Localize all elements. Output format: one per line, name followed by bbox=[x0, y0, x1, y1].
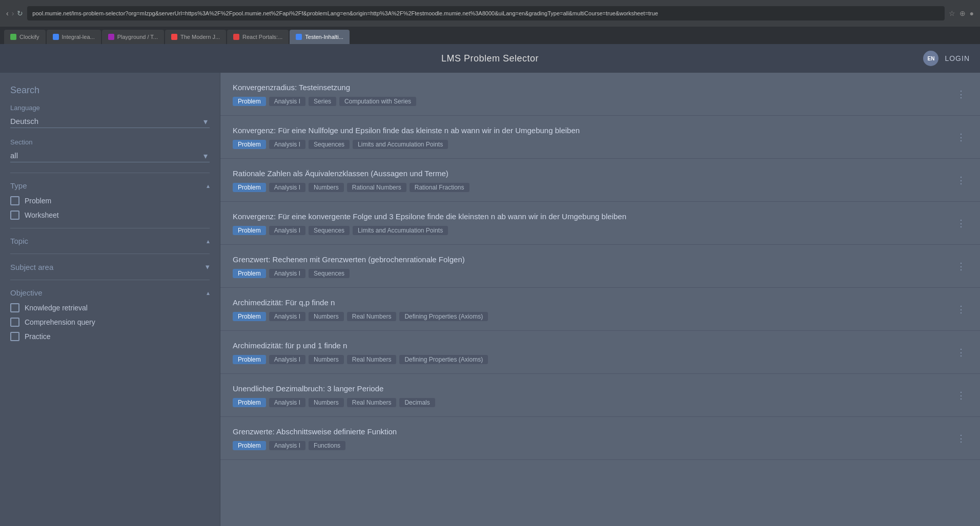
tab-integral[interactable]: Integral-lea... bbox=[47, 30, 101, 44]
tag-type: Problem bbox=[233, 226, 266, 235]
tag-category: Limits and Accumulation Points bbox=[353, 226, 448, 235]
objective-knowledge-label: Knowledge retrieval bbox=[25, 304, 88, 312]
login-button[interactable]: LOGIN bbox=[945, 54, 970, 62]
language-select-wrapper: Deutsch English bbox=[10, 115, 210, 128]
objective-comprehension-checkbox[interactable] bbox=[10, 318, 19, 327]
more-options-icon[interactable]: ⋮ bbox=[954, 390, 968, 401]
type-chevron-icon: ▴ bbox=[207, 182, 210, 190]
subject-area-header[interactable]: Subject area ▾ bbox=[10, 262, 210, 271]
more-options-icon[interactable]: ⋮ bbox=[954, 433, 968, 444]
tab-label: Playground / T... bbox=[117, 34, 158, 40]
section-filter: Section all bbox=[10, 138, 210, 162]
tag-category: Analysis I bbox=[269, 183, 305, 192]
more-options-icon[interactable]: ⋮ bbox=[954, 132, 968, 143]
tab-label: Clockify bbox=[19, 34, 39, 40]
topic-filter-header[interactable]: Topic ▴ bbox=[10, 237, 210, 245]
tag-type: Problem bbox=[233, 355, 266, 364]
problem-title: Rationale Zahlen als Äquivalenzklassen (… bbox=[233, 168, 954, 179]
tag-category: Numbers bbox=[309, 398, 344, 407]
tab-testen[interactable]: Testen-Inhalti... bbox=[290, 30, 350, 44]
section-select[interactable]: all bbox=[10, 149, 210, 162]
subject-area-chevron-icon: ▾ bbox=[206, 262, 210, 271]
type-worksheet-label: Worksheet bbox=[25, 211, 59, 219]
problem-tags: ProblemAnalysis INumbersRational Numbers… bbox=[233, 183, 954, 192]
bookmark-icon[interactable]: ☆ bbox=[949, 9, 955, 17]
address-bar[interactable]: pool.mumie.net/lms-problem-selector?org=… bbox=[27, 6, 944, 20]
tag-category: Analysis I bbox=[269, 226, 305, 235]
tab-label: Integral-lea... bbox=[62, 34, 95, 40]
type-worksheet-item[interactable]: Worksheet bbox=[10, 211, 210, 220]
tab-playground[interactable]: Playground / T... bbox=[102, 30, 164, 44]
more-options-icon[interactable]: ⋮ bbox=[954, 261, 968, 272]
objective-knowledge-checkbox[interactable] bbox=[10, 303, 19, 312]
tab-clockify[interactable]: Clockify bbox=[4, 30, 46, 44]
type-filter: Type ▴ Problem Worksheet bbox=[10, 181, 210, 220]
problem-item[interactable]: Rationale Zahlen als Äquivalenzklassen (… bbox=[220, 159, 980, 202]
more-options-icon[interactable]: ⋮ bbox=[954, 175, 968, 186]
forward-button[interactable]: › bbox=[12, 9, 14, 17]
more-options-icon[interactable]: ⋮ bbox=[954, 347, 968, 358]
tab-favicon bbox=[108, 34, 114, 40]
tab-favicon bbox=[296, 34, 302, 40]
type-filter-header[interactable]: Type ▴ bbox=[10, 181, 210, 190]
type-problem-checkbox[interactable] bbox=[10, 196, 19, 205]
objective-practice-checkbox[interactable] bbox=[10, 332, 19, 341]
tag-category: Analysis I bbox=[269, 269, 305, 278]
tag-category: Analysis I bbox=[269, 140, 305, 149]
objective-practice-item[interactable]: Practice bbox=[10, 332, 210, 341]
browser-action-icons: ☆ ⊕ ● bbox=[949, 9, 974, 17]
language-badge[interactable]: EN bbox=[923, 51, 938, 66]
problem-tags: ProblemAnalysis ISequences bbox=[233, 269, 954, 278]
browser-nav-controls: ‹ › ↻ bbox=[6, 9, 23, 17]
tag-category: Rational Fractions bbox=[410, 183, 469, 192]
tag-category: Analysis I bbox=[269, 97, 305, 106]
tag-category: Defining Properties (Axioms) bbox=[399, 355, 488, 364]
back-button[interactable]: ‹ bbox=[6, 9, 9, 17]
subject-area-filter: Subject area ▾ bbox=[10, 262, 210, 271]
objective-filter-header[interactable]: Objective ▴ bbox=[10, 288, 210, 297]
type-worksheet-checkbox[interactable] bbox=[10, 211, 19, 220]
problem-item[interactable]: Konvergenzradius: TesteinsetzungProblemA… bbox=[220, 73, 980, 116]
problem-item[interactable]: Unendlicher Dezimalbruch: 3 langer Perio… bbox=[220, 374, 980, 417]
app-header: LMS Problem Selector EN LOGIN bbox=[0, 44, 980, 73]
topic-filter: Topic ▴ bbox=[10, 237, 210, 245]
problem-title: Archimedizität: Für q,p finde n bbox=[233, 297, 954, 308]
content-area: Konvergenzradius: TesteinsetzungProblemA… bbox=[220, 73, 980, 526]
tag-category: Analysis I bbox=[269, 355, 305, 364]
language-select[interactable]: Deutsch English bbox=[10, 115, 210, 128]
section-select-wrapper: all bbox=[10, 149, 210, 162]
problem-item[interactable]: Konvergenz: Für eine Nullfolge und Epsil… bbox=[220, 116, 980, 159]
main-layout: Search Language Deutsch English Section … bbox=[0, 73, 980, 526]
reload-button[interactable]: ↻ bbox=[17, 9, 23, 17]
problem-item[interactable]: Archimedizität: Für q,p finde nProblemAn… bbox=[220, 288, 980, 331]
tab-modern[interactable]: The Modern J... bbox=[165, 30, 226, 44]
problem-item[interactable]: Archimedizität: für p und 1 finde nProbl… bbox=[220, 331, 980, 374]
more-options-icon[interactable]: ⋮ bbox=[954, 218, 968, 229]
extensions-icon[interactable]: ⊕ bbox=[959, 9, 966, 17]
problem-tags: ProblemAnalysis ISequencesLimits and Acc… bbox=[233, 226, 954, 235]
profile-icon[interactable]: ● bbox=[970, 9, 974, 17]
objective-knowledge-item[interactable]: Knowledge retrieval bbox=[10, 303, 210, 312]
problem-item[interactable]: Grenzwert: Rechenen mit Grenzwerten (geb… bbox=[220, 245, 980, 288]
tab-label: Testen-Inhalti... bbox=[305, 34, 343, 40]
tag-category: Defining Properties (Axioms) bbox=[399, 312, 488, 321]
more-options-icon[interactable]: ⋮ bbox=[954, 89, 968, 100]
more-options-icon[interactable]: ⋮ bbox=[954, 304, 968, 315]
type-problem-label: Problem bbox=[25, 197, 51, 205]
tag-type: Problem bbox=[233, 183, 266, 192]
tab-label: The Modern J... bbox=[180, 34, 220, 40]
problem-info: Rationale Zahlen als Äquivalenzklassen (… bbox=[233, 168, 954, 192]
browser-chrome: ‹ › ↻ pool.mumie.net/lms-problem-selecto… bbox=[0, 0, 980, 27]
problem-info: Grenzwert: Rechenen mit Grenzwerten (geb… bbox=[233, 254, 954, 278]
tab-react[interactable]: React Portals:... bbox=[227, 30, 289, 44]
problem-item[interactable]: Grenzwerte: Abschnittsweise definierte F… bbox=[220, 417, 980, 460]
objective-filter: Objective ▴ Knowledge retrieval Comprehe… bbox=[10, 288, 210, 341]
problem-title: Grenzwert: Rechenen mit Grenzwerten (geb… bbox=[233, 254, 954, 265]
problem-item[interactable]: Konvergenz: Für eine konvergente Folge u… bbox=[220, 202, 980, 245]
objective-comprehension-item[interactable]: Comprehension query bbox=[10, 318, 210, 327]
problem-tags: ProblemAnalysis INumbersReal NumbersDefi… bbox=[233, 355, 954, 364]
divider bbox=[10, 173, 210, 173]
tag-type: Problem bbox=[233, 269, 266, 278]
subject-area-label: Subject area bbox=[10, 263, 53, 271]
type-problem-item[interactable]: Problem bbox=[10, 196, 210, 205]
